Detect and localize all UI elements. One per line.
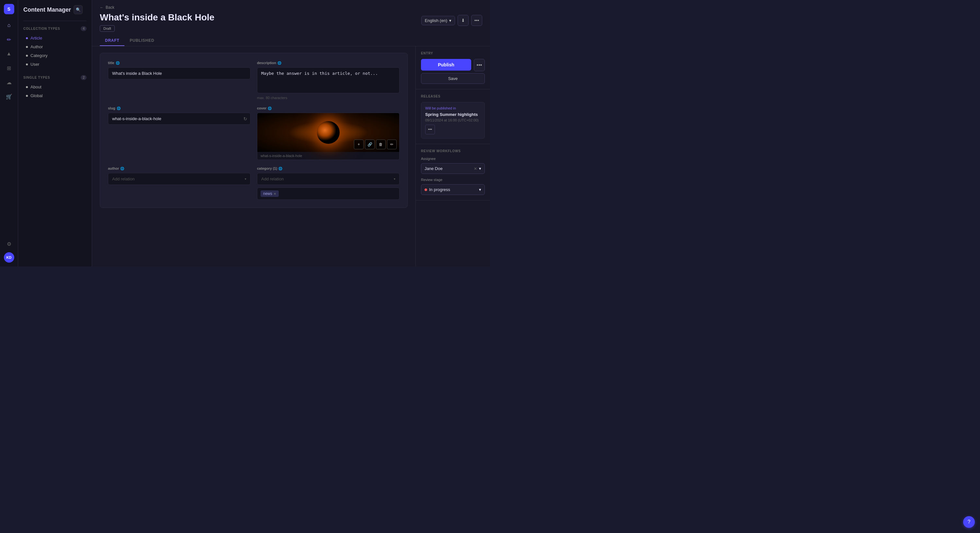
release-card: Will be published in Spring Summer highl… — [421, 102, 485, 139]
releases-section-title: RELEASES — [421, 95, 485, 98]
tag-remove-button[interactable]: ✕ — [274, 192, 276, 195]
chevron-down-icon: ▾ — [394, 177, 395, 181]
entry-btn-row: Publish ••• — [421, 59, 485, 73]
release-more-button[interactable]: ••• — [425, 125, 435, 134]
app-logo[interactable]: S — [4, 4, 14, 14]
slug-input[interactable] — [108, 113, 250, 125]
more-icon: ••• — [477, 62, 482, 68]
tag-label: news — [263, 191, 272, 196]
user-avatar[interactable]: KD — [4, 252, 14, 263]
sidebar-item-dot — [26, 63, 28, 65]
nav-home[interactable]: ⌂ — [3, 19, 15, 31]
title-input[interactable] — [108, 67, 250, 79]
category-col: category (1) 🌐 Add relation ▾ news ✕ — [257, 167, 399, 200]
author-label: author 🌐 — [108, 167, 250, 170]
page-title: What's inside a Black Hole — [100, 12, 215, 23]
sidebar-item-label: Global — [30, 93, 43, 98]
cover-label: cover 🌐 — [257, 106, 399, 110]
author-col: author 🌐 Add relation ▾ — [108, 167, 250, 200]
black-hole-image — [317, 121, 340, 144]
more-icon: ••• — [474, 18, 479, 23]
author-relation-select[interactable]: Add relation ▾ — [108, 173, 250, 185]
review-workflows-title: REVIEW WORKFLOWS — [421, 149, 485, 153]
entry-section-title: ENTRY — [421, 51, 485, 55]
entry-section: ENTRY Publish ••• Save — [416, 46, 490, 89]
slug-refresh-icon[interactable]: ↻ — [243, 116, 247, 121]
chevron-down-icon: ▾ — [245, 177, 246, 181]
sidebar-item-author[interactable]: Author — [18, 43, 92, 51]
sidebar-item-dot — [26, 46, 28, 48]
cover-delete-button[interactable]: 🗑 — [376, 140, 386, 149]
language-selector[interactable]: English (en) ▾ — [421, 16, 455, 25]
chevron-down-icon: ▾ — [449, 18, 452, 23]
assignee-selector[interactable]: Jane Doe ✕ ▾ — [421, 163, 485, 174]
publish-button[interactable]: Publish — [421, 59, 471, 71]
more-options-button[interactable]: ••• — [471, 15, 482, 26]
sidebar-item-user[interactable]: User — [18, 60, 92, 69]
sidebar-item-label: Article — [30, 36, 42, 40]
review-workflows-section: REVIEW WORKFLOWS Assignee Jane Doe ✕ ▾ R… — [416, 144, 490, 200]
sidebar: Content Manager 🔍 Collection Types 4 Art… — [18, 0, 92, 266]
form-card: title 🌐 description 🌐 Maybe the answer i… — [100, 53, 408, 208]
icon-bar: S ⌂ ✏ ▲ ⊞ ☁ 🛒 ⚙ KD — [0, 0, 18, 266]
download-icon: ⬇ — [461, 18, 465, 23]
slug-label: slug 🌐 — [108, 106, 250, 110]
cover-link-button[interactable]: 🔗 — [365, 140, 375, 149]
tab-published[interactable]: Published — [124, 36, 159, 46]
sidebar-item-dot — [26, 37, 28, 39]
language-label: English (en) — [425, 18, 447, 23]
tab-draft[interactable]: Draft — [100, 36, 124, 46]
save-button[interactable]: Save — [421, 73, 485, 84]
chevron-down-icon: ▾ — [479, 166, 481, 171]
sidebar-item-article[interactable]: Article — [18, 34, 92, 43]
single-types-header: Single Types 2 — [18, 73, 92, 82]
slug-info-icon: 🌐 — [117, 106, 121, 110]
back-link[interactable]: ← Back — [100, 5, 215, 10]
nav-content[interactable]: ✏ — [3, 34, 15, 45]
sidebar-item-label: User — [30, 62, 39, 67]
description-input[interactable]: Maybe the answer is in this article, or … — [257, 67, 399, 93]
release-name: Spring Summer highlights — [425, 112, 480, 117]
draft-badge: Draft — [100, 25, 115, 32]
category-relation-select[interactable]: Add relation ▾ — [257, 173, 399, 185]
nav-marketplace[interactable]: 🛒 — [3, 90, 15, 102]
stage-value: In progress — [429, 187, 477, 192]
nav-plugins[interactable]: ⊞ — [3, 62, 15, 74]
cover-edit-button[interactable]: ✏ — [387, 140, 397, 149]
single-types-badge: 2 — [81, 75, 86, 80]
right-panel: ENTRY Publish ••• Save RELEASES Will — [415, 46, 490, 266]
title-col: title 🌐 — [108, 61, 250, 100]
nav-cloud[interactable]: ☁ — [3, 76, 15, 88]
sidebar-item-label: Category — [30, 53, 48, 58]
release-will-publish: Will be published in — [425, 106, 480, 110]
download-button[interactable]: ⬇ — [458, 15, 469, 26]
nav-media[interactable]: ▲ — [3, 48, 15, 60]
assignee-name: Jane Doe — [425, 166, 443, 171]
tab-bar: Draft Published — [100, 36, 482, 46]
nav-settings[interactable]: ⚙ — [3, 238, 15, 250]
sidebar-search-button[interactable]: 🔍 — [73, 5, 83, 14]
category-placeholder: Add relation — [261, 176, 283, 181]
sidebar-item-global[interactable]: Global — [18, 91, 92, 100]
sidebar-title: Content Manager 🔍 — [18, 5, 92, 18]
sidebar-item-about[interactable]: About — [18, 82, 92, 91]
back-arrow-icon: ← — [100, 5, 104, 10]
page-header: ← Back What's inside a Black Hole Draft … — [92, 0, 490, 46]
more-icon: ••• — [428, 127, 432, 132]
form-row-2: slug 🌐 ↻ cover 🌐 — [108, 106, 399, 160]
cover-area: + 🔗 🗑 ✏ what-s-inside-a-black-hole — [257, 113, 399, 160]
form-row-1: title 🌐 description 🌐 Maybe the answer i… — [108, 61, 399, 100]
review-stage-label: Review stage — [421, 178, 485, 182]
description-info-icon: 🌐 — [277, 61, 281, 65]
sidebar-item-dot — [26, 55, 28, 57]
sidebar-item-category[interactable]: Category — [18, 51, 92, 60]
cover-col: cover 🌐 + 🔗 🗑 ✏ — [257, 106, 399, 160]
assignee-clear-icon[interactable]: ✕ — [474, 167, 477, 171]
review-stage-selector[interactable]: In progress ▾ — [421, 184, 485, 195]
entry-more-button[interactable]: ••• — [474, 59, 485, 71]
title-info-icon: 🌐 — [116, 61, 119, 65]
assignee-label: Assignee — [421, 157, 485, 160]
chevron-down-icon: ▾ — [479, 187, 481, 192]
cover-add-button[interactable]: + — [354, 140, 364, 149]
cover-info-icon: 🌐 — [268, 106, 272, 110]
